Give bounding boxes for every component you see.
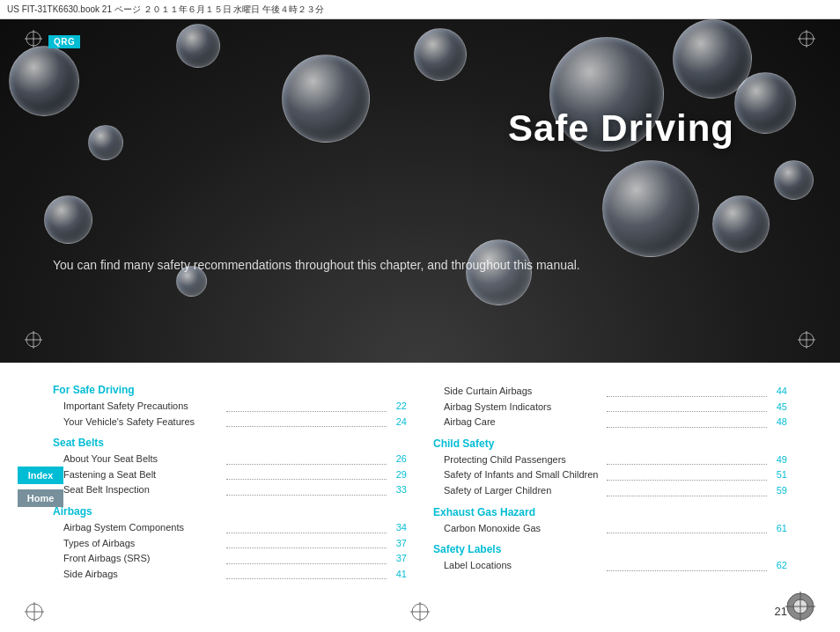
toc-area: For Safe Driving Important Safety Precau… (0, 363, 840, 599)
toc-page: 41 (389, 567, 407, 583)
bubble-8 (774, 160, 814, 200)
toc-item-safety-larger-children: Safety of Larger Children 59 (433, 483, 787, 499)
toc-item-text: Important Safety Precautions (63, 399, 224, 415)
bubble-2 (176, 24, 220, 68)
toc-page: 37 (389, 536, 407, 552)
toc-item-text: About Your Seat Belts (63, 452, 224, 467)
toc-section-exhaust: Exhaust Gas Hazard (433, 506, 787, 518)
toc-dots (607, 570, 767, 571)
toc-left-column: For Safe Driving Important Safety Precau… (53, 384, 407, 582)
hero-title: Safe Driving (508, 107, 734, 150)
toc-item-fastening-seat-belt: Fastening a Seat Belt 29 (53, 467, 407, 483)
toc-dots (226, 563, 387, 564)
toc-item-text: Safety of Infants and Small Children (444, 467, 604, 483)
top-bar-text: US FIT-31TK6630.book 21 ページ ２０１１年６月１５日 水… (7, 4, 324, 16)
toc-page: 48 (770, 415, 787, 430)
toc-dots (226, 426, 387, 427)
bubble-12 (44, 195, 92, 244)
toc-item-text: Carbon Monoxide Gas (444, 521, 604, 537)
toc-item-text: Protecting Child Passengers (444, 452, 604, 468)
toc-dots (226, 547, 387, 548)
toc-dots (607, 496, 767, 496)
toc-page: 51 (770, 467, 787, 483)
toc-item-text: Airbag Care (444, 415, 604, 430)
toc-item-text: Airbag System Indicators (444, 400, 604, 415)
toc-item-text: Front Airbags (SRS) (63, 551, 224, 567)
toc-item-front-airbags: Front Airbags (SRS) 37 (53, 551, 407, 567)
index-button[interactable]: Index (18, 467, 63, 484)
toc-item-label-locations: Label Locations 62 (433, 558, 787, 574)
toc-item-text: Seat Belt Inspection (63, 482, 224, 498)
toc-dots (226, 464, 387, 465)
toc-item-about-seat-belts: About Your Seat Belts 26 (53, 452, 407, 467)
toc-item-text: Label Locations (444, 558, 604, 574)
bubble-10 (712, 195, 770, 253)
toc-page: 24 (389, 415, 407, 430)
toc-page: 22 (389, 399, 407, 415)
top-bar: US FIT-31TK6630.book 21 ページ ２０１１年６月１５日 水… (0, 0, 840, 19)
reg-mark-br-hero (798, 331, 815, 352)
toc-page: 59 (770, 483, 787, 499)
toc-right-column: Side Curtain Airbags 44 Airbag System In… (433, 384, 787, 582)
toc-item-text: Safety of Larger Children (444, 483, 604, 499)
toc-dots (607, 427, 767, 428)
bubble-7 (734, 72, 796, 134)
toc-item-text: Side Airbags (63, 567, 224, 583)
toc-item-carbon-monoxide: Carbon Monoxide Gas 61 (433, 521, 787, 537)
toc-item-types-airbags: Types of Airbags 37 (53, 536, 407, 552)
toc-page: 62 (770, 558, 787, 574)
bubble-4 (414, 28, 467, 81)
toc-columns: For Safe Driving Important Safety Precau… (53, 384, 787, 582)
toc-item-text: Fastening a Seat Belt (63, 467, 224, 483)
toc-dots (226, 533, 387, 533)
reg-mark-br-page (785, 592, 815, 625)
hero-subtitle: You can find many safety recommendations… (53, 256, 787, 275)
toc-section-for-safe-driving: For Safe Driving (53, 384, 407, 396)
toc-page: 26 (389, 452, 407, 467)
toc-dots (607, 396, 767, 397)
toc-page: 34 (389, 520, 407, 536)
toc-dots (607, 464, 767, 465)
toc-dots (226, 495, 387, 496)
sidebar-buttons: Index Home (18, 467, 63, 507)
hero-section: QRG Safe Driving You can find many safet… (0, 19, 840, 363)
toc-page: 61 (770, 521, 787, 537)
toc-item-text: Types of Airbags (63, 536, 224, 552)
toc-page: 44 (770, 384, 787, 400)
reg-mark-tl-hero (25, 30, 42, 51)
toc-continued-airbags: Side Curtain Airbags 44 Airbag System In… (433, 384, 787, 430)
bubble-1 (9, 46, 79, 116)
toc-item-text: Your Vehicle's Safety Features (63, 415, 224, 430)
bubble-9 (602, 160, 699, 257)
toc-dots (226, 479, 387, 480)
toc-dots (226, 411, 387, 412)
toc-item-side-airbags: Side Airbags 41 (53, 567, 407, 583)
home-button[interactable]: Home (18, 489, 63, 507)
toc-item-important-safety: Important Safety Precautions 22 (53, 399, 407, 415)
toc-item-text: Airbag System Components (63, 520, 224, 536)
toc-section-seat-belts: Seat Belts (53, 437, 407, 449)
toc-item-airbag-care: Airbag Care 48 (433, 415, 787, 430)
toc-item-airbag-indicators: Airbag System Indicators 45 (433, 400, 787, 415)
toc-page: 45 (770, 400, 787, 415)
bubble-3 (282, 55, 370, 143)
toc-section-child-safety: Child Safety (433, 437, 787, 450)
qrg-badge[interactable]: QRG (48, 35, 80, 48)
toc-dots (226, 578, 387, 579)
toc-page: 37 (389, 551, 407, 567)
toc-item-seat-belt-inspection: Seat Belt Inspection 33 (53, 482, 407, 498)
reg-mark-tr-hero (798, 30, 815, 51)
toc-page: 49 (770, 452, 787, 468)
toc-item-protecting-child: Protecting Child Passengers 49 (433, 452, 787, 468)
toc-item-vehicle-safety: Your Vehicle's Safety Features 24 (53, 415, 407, 430)
toc-page: 33 (389, 482, 407, 498)
toc-dots (607, 480, 767, 481)
toc-dots (607, 533, 767, 533)
toc-section-airbags: Airbags (53, 505, 407, 518)
toc-dots (607, 411, 767, 412)
reg-mark-bl-page (25, 602, 44, 625)
bubble-11 (88, 125, 123, 160)
toc-item-safety-infants: Safety of Infants and Small Children 51 (433, 467, 787, 483)
toc-item-airbag-components: Airbag System Components 34 (53, 520, 407, 536)
reg-mark-bl-hero (25, 331, 42, 352)
